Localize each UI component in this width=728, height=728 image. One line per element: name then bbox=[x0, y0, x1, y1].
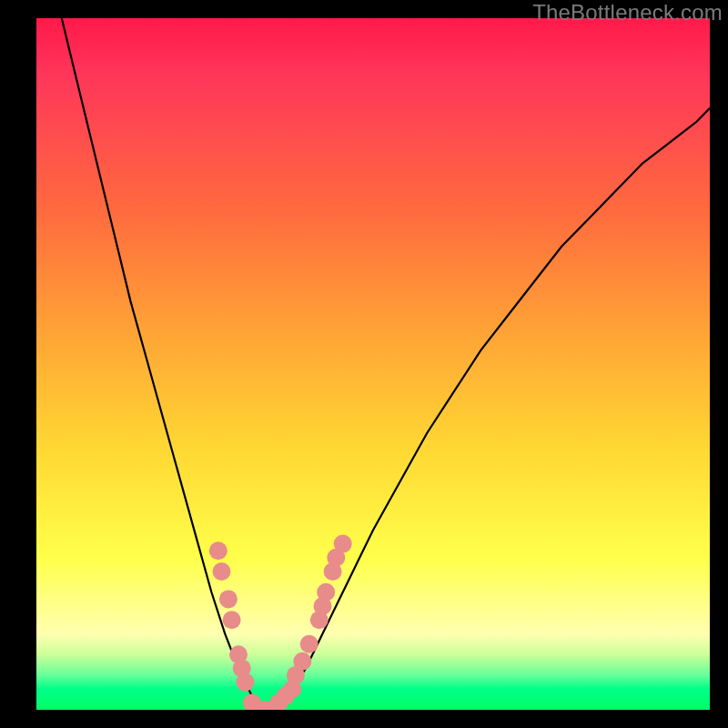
data-marker bbox=[219, 590, 238, 608]
curve-layer bbox=[36, 18, 710, 710]
chart-frame: TheBottleneck.com bbox=[0, 0, 728, 728]
data-marker bbox=[334, 535, 352, 553]
data-marker bbox=[213, 562, 231, 581]
data-marker bbox=[223, 611, 241, 629]
plot-area bbox=[36, 18, 710, 710]
data-marker bbox=[317, 583, 335, 602]
data-marker bbox=[236, 673, 254, 692]
bottleneck-curve bbox=[36, 18, 710, 710]
watermark-text: TheBottleneck.com bbox=[532, 0, 723, 25]
data-marker bbox=[293, 652, 311, 671]
data-marker bbox=[209, 541, 228, 560]
data-marker bbox=[300, 635, 318, 653]
